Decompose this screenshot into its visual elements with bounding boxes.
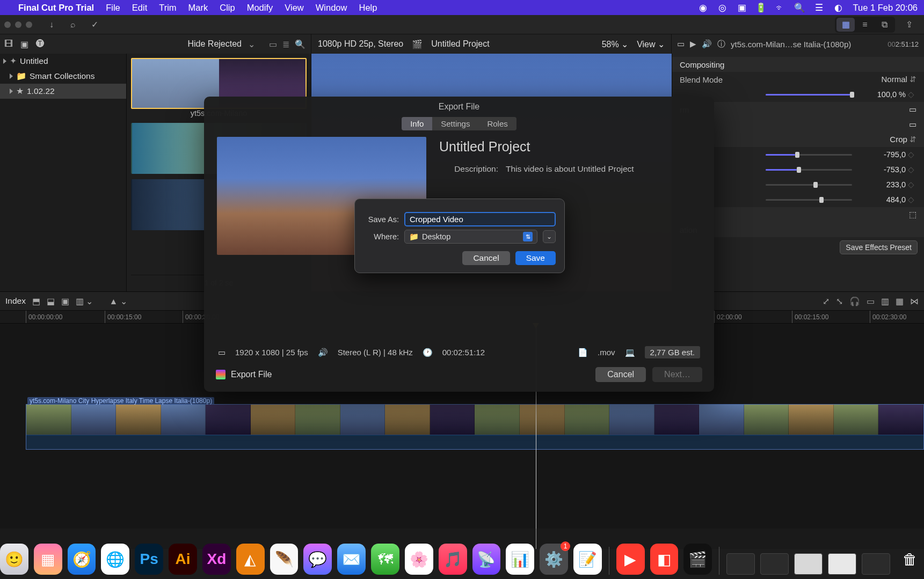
transform-rect-icon[interactable]: ▭ <box>909 105 916 114</box>
crop-type-menu[interactable]: Crop ⇵ <box>890 135 916 144</box>
skimming-icon[interactable]: ⤢ <box>823 296 830 306</box>
opacity-slider[interactable] <box>766 94 852 96</box>
titles-icon[interactable]: 🅣 <box>36 39 45 49</box>
crop-rect-icon[interactable]: ▭ <box>909 120 916 129</box>
keyframe-icon[interactable]: ◇ <box>906 150 916 159</box>
crop-bottom-value[interactable]: 484,0 <box>861 195 906 204</box>
dock-minimized-window[interactable] <box>760 553 789 575</box>
status-icon[interactable]: ◎ <box>718 3 727 12</box>
layout-browser-button[interactable]: ▦ <box>836 18 855 32</box>
keyframe-icon[interactable]: ◇ <box>906 165 916 174</box>
disclosure-triangle-icon[interactable] <box>10 74 13 79</box>
dock-minimized-window[interactable] <box>794 553 823 575</box>
bg-tasks-button[interactable]: ✓ <box>85 18 104 32</box>
dock-minimized-window[interactable] <box>862 553 890 575</box>
clip-filmstrip-icon[interactable]: ▭ <box>269 39 277 49</box>
photos-icon[interactable]: ▣ <box>20 39 28 49</box>
dock-messenger[interactable]: 💬 <box>303 544 332 575</box>
dock-music[interactable]: 🎵 <box>439 544 467 575</box>
connect-clip-icon[interactable]: ⬒ <box>32 296 40 306</box>
dock-minimized-window[interactable] <box>726 553 755 575</box>
crop-right-slider[interactable] <box>766 169 852 171</box>
dock-numbers[interactable]: 📊 <box>506 544 534 575</box>
save-effects-preset-button[interactable]: Save Effects Preset <box>840 240 918 254</box>
menu-edit[interactable]: Edit <box>132 3 147 13</box>
export-tab-info[interactable]: Info <box>402 117 432 130</box>
crop-left-slider[interactable] <box>766 154 852 156</box>
dock-blender[interactable]: ◭ <box>236 544 265 575</box>
dock-photos[interactable]: 🌸 <box>405 544 433 575</box>
save-as-input[interactable] <box>404 212 556 226</box>
keyframe-icon[interactable]: ◇ <box>906 180 916 189</box>
insert-clip-icon[interactable]: ⬓ <box>47 296 55 306</box>
crop-right-value[interactable]: -753,0 <box>861 165 906 174</box>
export-tab-settings[interactable]: Settings <box>432 117 478 130</box>
keyword-button[interactable]: ⌕ <box>64 18 82 32</box>
audio-skimming-icon[interactable]: ⤡ <box>836 296 843 306</box>
expand-save-panel-button[interactable]: ⌄ <box>543 230 556 243</box>
distort-icon[interactable]: ⬚ <box>909 210 916 219</box>
timeline-index-button[interactable]: Index <box>5 296 26 306</box>
chevron-down-icon[interactable]: ⌄ <box>248 39 255 49</box>
append-clip-icon[interactable]: ▣ <box>61 296 69 306</box>
timeline-clip[interactable]: yt5s.com-Milano City Hyperlapse Italy Ti… <box>26 404 924 450</box>
menu-view[interactable]: View <box>285 3 303 13</box>
disclosure-triangle-icon[interactable] <box>3 58 6 64</box>
dock-finalcut[interactable]: 🎬 <box>683 544 712 575</box>
arrow-tool-icon[interactable]: ▲ ⌄ <box>109 296 127 306</box>
hide-rejected-menu[interactable]: Hide Rejected <box>188 39 242 49</box>
keyframe-icon[interactable]: ◇ <box>906 195 916 204</box>
menubar-clock[interactable]: Tue 1 Feb 20:06 <box>853 3 918 13</box>
timeline-clip-audio[interactable] <box>26 435 923 449</box>
menu-clip[interactable]: Clip <box>220 3 235 13</box>
dock-illustrator[interactable]: Ai <box>169 544 197 575</box>
dock-photoshop[interactable]: Ps <box>135 544 163 575</box>
spotlight-icon[interactable]: 🔍 <box>795 3 805 12</box>
overwrite-clip-icon[interactable]: ▥ ⌄ <box>76 296 93 306</box>
dock-app-feather[interactable]: 🪶 <box>270 544 299 575</box>
effects-browser-icon[interactable]: ▦ <box>896 296 904 306</box>
menu-file[interactable]: File <box>106 3 120 13</box>
dock-settings[interactable]: ⚙️1 <box>540 544 568 575</box>
dock-notes[interactable]: 📝 <box>573 544 602 575</box>
save-cancel-button[interactable]: Cancel <box>462 251 510 265</box>
dock-app-red2[interactable]: ◧ <box>650 544 679 575</box>
menu-modify[interactable]: Modify <box>247 3 273 13</box>
dock-minimized-window[interactable] <box>828 553 856 575</box>
menu-window[interactable]: Window <box>316 3 347 13</box>
layout-timeline-button[interactable]: ≡ <box>856 18 874 32</box>
menu-trim[interactable]: Trim <box>159 3 176 13</box>
solo-icon[interactable]: 🎧 <box>849 296 860 306</box>
transitions-browser-icon[interactable]: ⋈ <box>910 296 919 306</box>
dock-maps[interactable]: 🗺 <box>371 544 399 575</box>
library-icon[interactable]: 🎞 <box>4 39 13 49</box>
export-next-button[interactable]: Next… <box>652 367 702 382</box>
library-root[interactable]: ✦ Untitled <box>0 54 126 69</box>
dock-app-red1[interactable]: ▶ <box>616 544 645 575</box>
dock-finder[interactable]: 🙂 <box>0 544 28 575</box>
info-inspector-icon[interactable]: ⓘ <box>717 39 725 49</box>
video-inspector-icon[interactable]: ▭ <box>677 39 685 49</box>
inspector-section-compositing[interactable]: Compositing <box>672 57 924 72</box>
viewer-view-menu[interactable]: View ⌄ <box>637 39 665 49</box>
event-item[interactable]: ★ 1.02.22 <box>0 84 126 99</box>
keyframe-icon[interactable]: ◇ <box>906 90 916 99</box>
export-cancel-button[interactable]: Cancel <box>595 367 646 382</box>
color-inspector-icon[interactable]: ▶ <box>690 39 696 49</box>
window-traffic-lights[interactable] <box>4 21 32 28</box>
audio-inspector-icon[interactable]: 🔊 <box>702 39 712 49</box>
dock-mail[interactable]: ✉️ <box>337 544 366 575</box>
screenrec-icon[interactable]: ◉ <box>699 3 708 12</box>
blend-mode-value[interactable]: Normal ⇵ <box>881 75 916 84</box>
dock-launchpad[interactable]: ▦ <box>34 544 62 575</box>
dock-podcasts[interactable]: 📡 <box>472 544 501 575</box>
app-name[interactable]: Final Cut Pro Trial <box>18 3 94 13</box>
dock-safari[interactable]: 🧭 <box>68 544 96 575</box>
smart-collections[interactable]: 📁 Smart Collections <box>0 69 126 84</box>
where-select[interactable]: 📁 Desktop ⇅ <box>404 230 537 244</box>
layout-inspector-button[interactable]: ⧉ <box>875 18 893 32</box>
dock-chrome[interactable]: 🌐 <box>101 544 129 575</box>
dock-trash[interactable]: 🗑 <box>896 544 924 575</box>
menu-mark[interactable]: Mark <box>188 3 208 13</box>
dock-xd[interactable]: Xd <box>202 544 231 575</box>
